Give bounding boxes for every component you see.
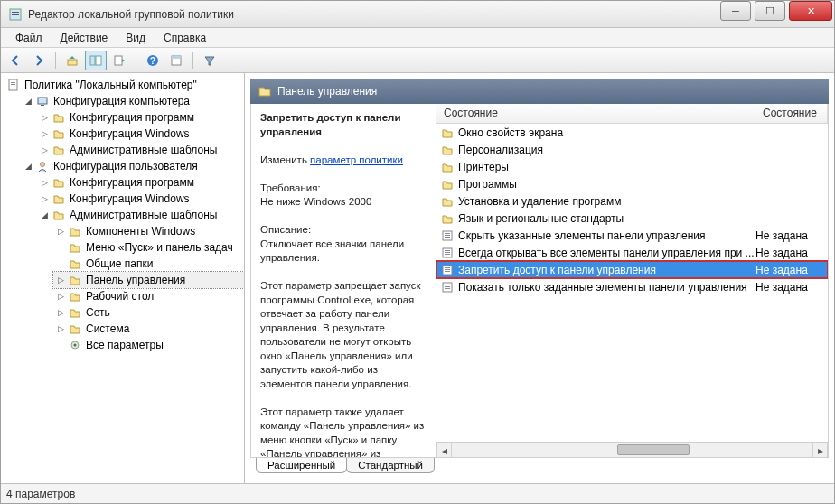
tree-admin-components[interactable]: ▷Компоненты Windows [53, 223, 244, 239]
filter-button[interactable] [199, 51, 220, 70]
expand-icon[interactable]: ◢ [23, 161, 33, 172]
horizontal-scrollbar[interactable]: ◂ ▸ [436, 442, 828, 457]
tree-computer-config[interactable]: ◢ Конфигурация компьютера [21, 93, 244, 109]
description-text: Отключает все значки панели управления. [260, 238, 427, 266]
help-button[interactable]: ? [142, 51, 164, 70]
back-button[interactable] [5, 51, 26, 70]
list-item-name: Установка и удаление программ [458, 195, 755, 208]
list-row[interactable]: Язык и региональные стандарты [436, 210, 828, 227]
svg-rect-12 [11, 82, 15, 83]
export-button[interactable] [108, 51, 130, 70]
forward-button[interactable] [28, 51, 50, 70]
menu-view[interactable]: Вид [117, 30, 155, 46]
setting-icon [440, 246, 455, 260]
show-tree-button[interactable] [85, 51, 107, 70]
expand-icon[interactable]: ▷ [39, 128, 50, 139]
properties-button[interactable] [165, 51, 187, 70]
tree-label: Конфигурация программ [70, 176, 194, 189]
list-rows[interactable]: Окно свойств экранаПерсонализацияПринтер… [436, 124, 828, 442]
list-row[interactable]: Скрыть указанные элементы панели управле… [436, 227, 828, 244]
tree-label: Сеть [86, 306, 110, 319]
svg-rect-4 [90, 56, 95, 65]
tree-admin-allparams[interactable]: Все параметры [53, 337, 244, 353]
tabs-bottom: Расширенный Стандартный [250, 458, 829, 478]
expand-icon[interactable]: ▷ [39, 193, 50, 204]
list-row[interactable]: Показать только заданные элементы панели… [436, 278, 828, 295]
expand-icon[interactable]: ▷ [39, 112, 50, 123]
tree-admin-startmenu[interactable]: Меню «Пуск» и панель задач [53, 239, 244, 256]
expand-icon[interactable]: ▷ [55, 307, 66, 318]
svg-rect-21 [445, 235, 450, 236]
settings-icon [68, 338, 82, 352]
description-text: Этот параметр также удаляет команду «Пан… [260, 406, 427, 457]
svg-rect-2 [12, 14, 19, 15]
tree-comp-programs[interactable]: ▷Конфигурация программ [37, 109, 244, 126]
folder-icon [440, 194, 455, 209]
scroll-thumb[interactable] [617, 444, 690, 455]
list-row[interactable]: Всегда открывать все элементы панели упр… [436, 244, 828, 261]
expand-icon[interactable]: ▷ [39, 145, 50, 155]
description-pane: Запретить доступ к панели управления Изм… [251, 104, 436, 457]
list-row[interactable]: Окно свойств экрана [436, 124, 828, 141]
tree-admin-network[interactable]: ▷Сеть [53, 304, 244, 321]
tree-user-windows[interactable]: ▷Конфигурация Windows [37, 191, 244, 207]
tree-label: Конфигурация Windows [70, 192, 190, 205]
svg-rect-33 [445, 286, 450, 287]
right-pane: Панель управления Запретить доступ к пан… [245, 73, 834, 483]
menu-file[interactable]: Файл [6, 30, 52, 46]
requirements-label: Требования: [260, 182, 427, 196]
up-button[interactable] [61, 51, 83, 70]
policy-tree: Политика "Локальный компьютер" ◢ Конфигу… [1, 77, 244, 353]
tree-user-admin[interactable]: ◢Административные шаблоны [37, 207, 244, 223]
list-row[interactable]: Принтеры [436, 158, 828, 175]
tree-user-programs[interactable]: ▷Конфигурация программ [37, 174, 244, 191]
tree-comp-admin[interactable]: ▷Административные шаблоны [37, 142, 244, 158]
tree-comp-windows[interactable]: ▷Конфигурация Windows [37, 126, 244, 142]
menu-action[interactable]: Действие [52, 30, 117, 46]
minimize-button[interactable]: ─ [720, 1, 751, 21]
svg-rect-13 [11, 84, 15, 85]
tree-admin-desktop[interactable]: ▷Рабочий стол [53, 288, 244, 304]
folder-icon [52, 110, 66, 125]
column-name[interactable]: Состояние [436, 104, 755, 123]
menu-help[interactable]: Справка [155, 30, 215, 46]
app-icon [8, 7, 23, 22]
tree-admin-shared[interactable]: Общие папки [53, 256, 244, 272]
expand-icon[interactable]: ◢ [39, 210, 50, 220]
expand-icon[interactable]: ▷ [55, 291, 66, 302]
folder-icon [52, 175, 66, 190]
tree-root[interactable]: Политика "Локальный компьютер" [5, 77, 244, 93]
window-title: Редактор локальной групповой политики [28, 8, 718, 21]
scroll-right-icon[interactable]: ▸ [812, 443, 828, 457]
close-button[interactable]: ✕ [789, 1, 832, 21]
svg-rect-14 [38, 98, 47, 104]
list-row[interactable]: Программы [436, 175, 828, 192]
right-header-title: Панель управления [277, 85, 377, 98]
tab-standard[interactable]: Стандартный [346, 458, 435, 473]
tree-label: Все параметры [86, 339, 164, 351]
separator [55, 52, 56, 69]
tab-extended[interactable]: Расширенный [256, 458, 347, 473]
maximize-button[interactable]: ☐ [755, 1, 785, 21]
column-state[interactable]: Состояние [755, 104, 828, 123]
setting-icon [440, 229, 455, 243]
folder-icon [258, 84, 272, 98]
list-row[interactable]: Установка и удаление программ [436, 192, 828, 210]
edit-policy-link[interactable]: параметр политики [310, 154, 403, 165]
list-item-name: Окно свойств экрана [458, 126, 755, 139]
list-header[interactable]: Состояние Состояние [436, 104, 828, 124]
tree-admin-system[interactable]: ▷Система [53, 321, 244, 337]
svg-rect-3 [68, 60, 77, 65]
expand-icon[interactable]: ▷ [55, 323, 66, 334]
tree-user-config[interactable]: ◢ Конфигурация пользователя [21, 158, 244, 174]
expand-icon[interactable]: ▷ [55, 226, 66, 237]
tree-pane[interactable]: Политика "Локальный компьютер" ◢ Конфигу… [1, 73, 245, 483]
expand-icon[interactable]: ▷ [39, 177, 50, 188]
list-row[interactable]: Запретить доступ к панели управленияНе з… [436, 261, 828, 278]
scroll-left-icon[interactable]: ◂ [436, 443, 452, 457]
expand-icon[interactable]: ◢ [23, 96, 33, 107]
tree-admin-controlpanel[interactable]: ▷Панель управления [53, 272, 244, 288]
svg-rect-5 [96, 56, 101, 65]
expand-icon[interactable]: ▷ [55, 275, 66, 285]
list-row[interactable]: Персонализация [436, 141, 828, 158]
